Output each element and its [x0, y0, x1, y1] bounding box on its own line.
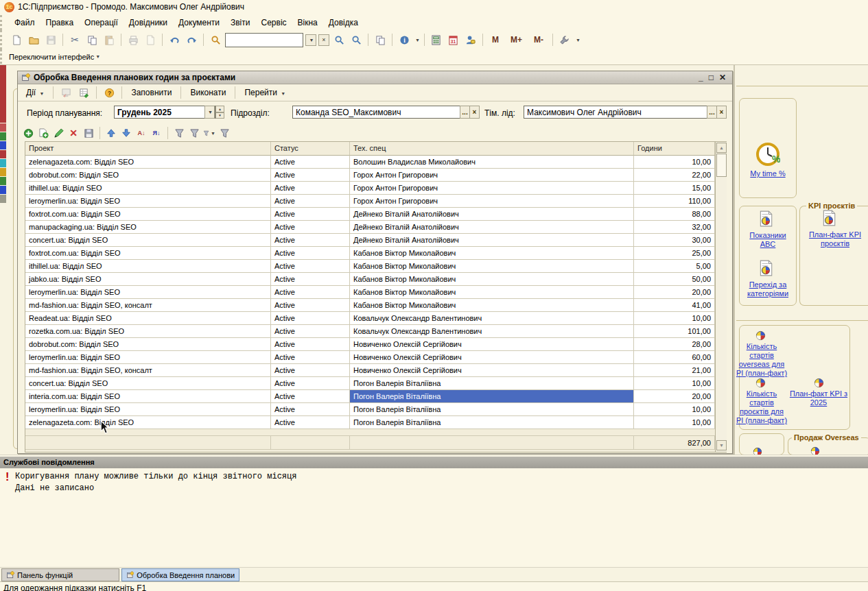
chevron-down-icon[interactable]: ▼ — [415, 38, 420, 43]
add-row-icon[interactable] — [22, 127, 34, 139]
chevron-down-icon[interactable]: ▼ — [576, 38, 580, 43]
table-row[interactable]: leroymerlin.ua: Відділ SEOActiveПогон Ва… — [25, 403, 715, 416]
fill-button[interactable]: Заповнити — [127, 86, 176, 99]
table-row[interactable]: interia.com.ua: Відділ SEOActiveПогон Ва… — [25, 390, 715, 403]
cell-status[interactable]: Active — [271, 156, 350, 169]
table-row[interactable]: concert.ua: Відділ SEOActiveДейнеко Віта… — [25, 234, 715, 247]
cell-specialist[interactable]: Кабанов Віктор Миколайович — [350, 299, 634, 312]
memory-m-button[interactable]: M — [487, 35, 504, 45]
planfact-kpi-link[interactable]: План-факт KPI проєктів — [799, 230, 868, 248]
cell-project[interactable]: concert.ua: Відділ SEO — [25, 234, 271, 247]
cell-specialist[interactable]: Дейнеко Віталій Анатолійович — [350, 221, 634, 234]
cell-hours[interactable]: 110,00 — [634, 195, 715, 208]
cell-hours[interactable]: 101,00 — [634, 325, 715, 338]
windows-icon[interactable] — [373, 32, 388, 47]
menu-item-Правка[interactable]: Правка — [40, 16, 80, 29]
help-icon[interactable] — [102, 85, 117, 100]
cell-hours[interactable]: 10,00 — [634, 156, 715, 169]
cell-status[interactable]: Active — [271, 416, 350, 429]
cell-hours[interactable]: 30,00 — [634, 234, 715, 247]
teamlead-select-button[interactable]: ... — [707, 106, 717, 119]
cell-project[interactable]: leroymerlin.ua: Відділ SEO — [25, 351, 271, 364]
cell-project[interactable]: dobrobut.com: Відділ SEO — [25, 169, 271, 182]
spin-down-icon[interactable]: ▼ — [215, 112, 224, 119]
cell-hours[interactable]: 32,00 — [634, 221, 715, 234]
search-dropdown-button[interactable]: ▼ — [305, 34, 316, 46]
cell-status[interactable]: Active — [271, 169, 350, 182]
cell-status[interactable]: Active — [271, 377, 350, 390]
cell-project[interactable]: foxtrot.com.ua: Відділ SEO — [25, 247, 271, 260]
maximize-icon[interactable]: □ — [709, 73, 714, 82]
filter-by-value-icon[interactable]: ▼ — [203, 127, 215, 139]
service-messages-header[interactable]: Службові повідомлення — [0, 457, 868, 468]
processing-window-titlebar[interactable]: Обробка Введення планових годин за проєк… — [18, 71, 732, 84]
sort-descending-icon[interactable]: Я↓ — [150, 127, 163, 139]
cell-status[interactable]: Active — [271, 390, 350, 403]
cell-hours[interactable]: 20,00 — [634, 390, 715, 403]
open-icon[interactable] — [26, 32, 41, 47]
cell-project[interactable]: leroymerlin.ua: Відділ SEO — [25, 403, 271, 416]
cell-status[interactable]: Active — [271, 286, 350, 299]
cell-project[interactable]: jabko.ua: Відділ SEO — [25, 273, 271, 286]
department-field[interactable]: Команда SEO_Максимович — [292, 106, 460, 119]
cell-specialist[interactable]: Кабанов Віктор Миколайович — [350, 286, 634, 299]
cell-status[interactable]: Active — [271, 299, 350, 312]
cell-status[interactable]: Active — [271, 221, 350, 234]
cell-specialist[interactable]: Горох Антон Григорович — [350, 169, 634, 182]
period-field[interactable]: Грудень 2025 — [114, 106, 215, 119]
cell-project[interactable]: leroymerlin.ua: Відділ SEO — [25, 195, 271, 208]
cell-project[interactable]: zelenagazeta.com: Відділ SEO — [25, 156, 271, 169]
close-icon[interactable]: ✕ — [719, 73, 726, 82]
cell-specialist[interactable]: Погон Валерія Віталіївна — [350, 390, 634, 403]
table-row[interactable]: dobrobut.com: Відділ SEOActiveГорох Анто… — [25, 169, 715, 182]
paste-icon[interactable] — [102, 32, 117, 47]
chevron-down-icon[interactable]: ▼ — [95, 54, 100, 59]
search-input[interactable] — [225, 33, 303, 47]
end-edit-icon[interactable] — [82, 127, 95, 139]
cell-status[interactable]: Active — [271, 247, 350, 260]
redo-icon[interactable] — [184, 32, 199, 47]
column-header-project[interactable]: Проект — [25, 142, 271, 156]
table-row[interactable]: foxtrot.com.ua: Відділ SEOActiveДейнеко … — [25, 208, 715, 221]
menu-item-Документи[interactable]: Документи — [173, 16, 225, 29]
menu-item-Сервіс[interactable]: Сервіс — [256, 16, 292, 29]
cell-specialist[interactable]: Ковальчук Олександр Валентинович — [350, 325, 634, 338]
menu-item-Звіти[interactable]: Звіти — [225, 16, 256, 29]
cell-project[interactable]: dobrobut.com: Відділ SEO — [25, 338, 271, 351]
settings-wrench-icon[interactable] — [557, 32, 572, 47]
user-permissions-icon[interactable] — [463, 32, 478, 47]
cell-specialist[interactable]: Ковальчук Олександр Валентинович — [350, 312, 634, 325]
table-row[interactable]: md-fashion.ua: Відділ SEO, консалтActive… — [25, 299, 715, 312]
move-down-icon[interactable] — [120, 127, 132, 139]
cell-hours[interactable]: 25,00 — [634, 247, 715, 260]
search-icon[interactable] — [208, 32, 223, 47]
cell-status[interactable]: Active — [271, 403, 350, 416]
memory-m-minus-button[interactable]: M- — [529, 35, 548, 45]
abc-indicators-link[interactable]: Показники ABC — [741, 231, 795, 249]
cut-icon[interactable]: ✂ — [67, 32, 82, 47]
cell-status[interactable]: Active — [271, 208, 350, 221]
taskbar-tab-function-panel[interactable]: Панель функцій — [1, 568, 119, 581]
table-row[interactable]: rozetka.com.ua: Відділ SEOActiveКовальчу… — [25, 325, 715, 338]
cell-project[interactable]: manupackaging.ua: Відділ SEO — [25, 221, 271, 234]
save-icon[interactable] — [43, 32, 58, 47]
cell-status[interactable]: Active — [271, 364, 350, 377]
cell-status[interactable]: Active — [271, 312, 350, 325]
table-row[interactable]: leroymerlin.ua: Відділ SEOActiveНовиченк… — [25, 351, 715, 364]
search-clear-button[interactable]: × — [318, 34, 329, 46]
menu-item-Довідка[interactable]: Довідка — [323, 16, 364, 29]
cell-hours[interactable]: 10,00 — [634, 403, 715, 416]
set-filter-icon[interactable] — [173, 127, 185, 139]
cell-specialist[interactable]: Кабанов Віктор Миколайович — [350, 260, 634, 273]
sort-ascending-icon[interactable]: A↓ — [135, 127, 148, 139]
period-dropdown-button[interactable]: ▼ — [204, 106, 215, 119]
cell-project[interactable]: foxtrot.com.ua: Відділ SEO — [25, 208, 271, 221]
cell-project[interactable]: rozetka.com.ua: Відділ SEO — [25, 325, 271, 338]
category-transition-link[interactable]: Перехід за категоріями — [737, 280, 799, 298]
table-row[interactable]: jabko.ua: Відділ SEOActiveКабанов Віктор… — [25, 273, 715, 286]
cell-project[interactable]: md-fashion.ua: Відділ SEO, консалт — [25, 364, 271, 377]
table-row[interactable]: dobrobut.com: Відділ SEOActiveНовиченко … — [25, 338, 715, 351]
cell-status[interactable]: Active — [271, 338, 350, 351]
table-row[interactable]: Readeat.ua: Відділ SEOActiveКовальчук Ол… — [25, 312, 715, 325]
cell-specialist[interactable]: Погон Валерія Віталіївна — [350, 416, 634, 429]
